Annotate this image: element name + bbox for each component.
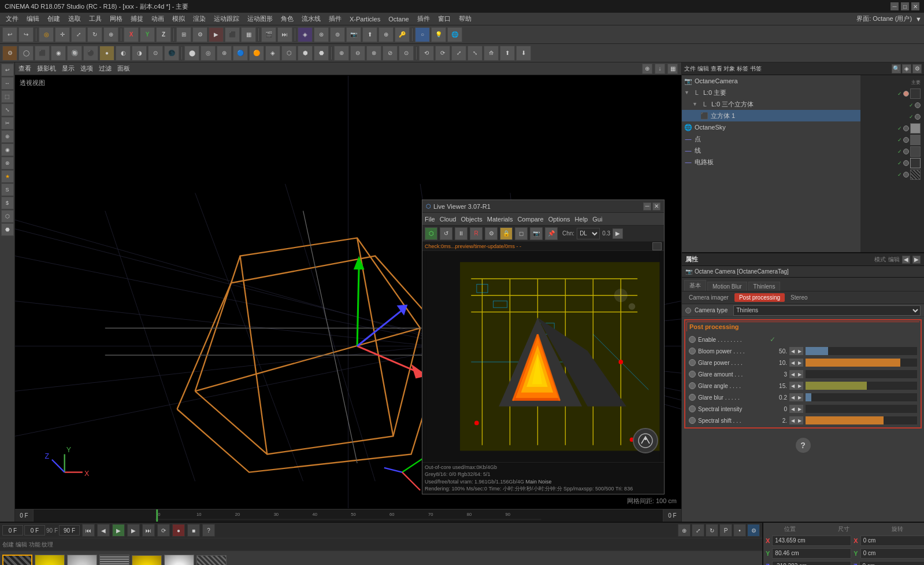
subtab-cameraimager[interactable]: Camera imager	[684, 293, 733, 302]
scale-tool[interactable]: ⤢	[71, 27, 86, 42]
t2-28[interactable]: ⤢	[451, 46, 466, 61]
tree-item-cube1[interactable]: ⬛ 立方体 1	[682, 110, 860, 121]
t2-11[interactable]: 🌑	[164, 46, 179, 61]
record-btn[interactable]: ●	[172, 524, 185, 537]
t2-32[interactable]: ⬇	[516, 46, 531, 61]
t2-22[interactable]: ⊖	[350, 46, 365, 61]
t2-5[interactable]: 🔘	[67, 46, 82, 61]
menu-simulate[interactable]: 模拟	[169, 13, 188, 24]
lv-lock-btn[interactable]: 🔒	[500, 227, 513, 240]
mat-cube2[interactable]: 立方体2	[35, 555, 65, 565]
z-size-field[interactable]	[859, 561, 924, 565]
t2-24[interactable]: ⊘	[383, 46, 398, 61]
timeline-track[interactable]: 0 10 20 30 40 50 60 70 80 90	[34, 509, 663, 522]
lt-btn-6[interactable]: ⊕	[1, 130, 14, 143]
cam-btn[interactable]: 📷	[346, 27, 361, 42]
t2-12[interactable]: ⬤	[184, 46, 199, 61]
vm-panel[interactable]: 面板	[117, 64, 130, 73]
t2-20[interactable]: ⬣	[314, 46, 329, 61]
t2-1[interactable]: ⚙	[2, 46, 17, 61]
lt-btn-9[interactable]: ★	[1, 170, 14, 183]
local-btn[interactable]: ⊚	[330, 27, 345, 42]
mat-cube2-thumb[interactable]	[35, 555, 65, 565]
sir-dot-5[interactable]	[903, 137, 909, 143]
t2-27[interactable]: ⟳	[435, 46, 450, 61]
lv-menu-file[interactable]: File	[425, 216, 435, 223]
scene-icon2[interactable]: ◈	[902, 64, 911, 73]
lv-menu-compare[interactable]: Compare	[517, 216, 543, 223]
lt-btn-1[interactable]: ↩	[1, 64, 14, 76]
mat-threecubes[interactable]: 三个立方	[67, 555, 97, 565]
x-pos-field[interactable]	[772, 536, 851, 546]
menu-tools[interactable]: 工具	[86, 13, 105, 24]
lv-pin-btn[interactable]: 📌	[545, 227, 558, 240]
lv-img-btn[interactable]: ◻	[515, 227, 528, 240]
t2-18[interactable]: ⬡	[281, 46, 296, 61]
scene-search-icon[interactable]: 🔍	[892, 64, 901, 73]
tab-thinlens[interactable]: Thinlens	[748, 282, 781, 291]
pp-bloom-spinner[interactable]: ◀ ▶	[789, 347, 803, 355]
lv-channel-select[interactable]: DL	[577, 228, 600, 239]
t2-14[interactable]: ⊛	[217, 46, 232, 61]
t2-17[interactable]: ◈	[265, 46, 280, 61]
pp-bloom-inc[interactable]: ▶	[796, 347, 803, 355]
mat-octdiff2[interactable]: OctDiff	[196, 555, 227, 565]
lt-btn-4[interactable]: ⤡	[1, 104, 14, 116]
lt-btn-5[interactable]: ✂	[1, 117, 14, 130]
vm-view[interactable]: 查看	[18, 64, 31, 73]
move-key-btn[interactable]: ⊕	[678, 524, 691, 537]
pp-bloom-dec[interactable]: ◀	[789, 347, 796, 355]
interface-selector[interactable]: 界面: Octane (用户) ▼	[856, 14, 922, 23]
tree-item-octanecamera[interactable]: 📷 OctaneCamera	[682, 75, 860, 87]
help-button[interactable]: ?	[796, 438, 811, 453]
key-btn[interactable]: 🔑	[395, 27, 410, 42]
t2-26[interactable]: ⟲	[419, 46, 434, 61]
pp-glare-angle-spinner[interactable]: ◀ ▶	[789, 382, 803, 390]
lv-close-btn[interactable]: ✕	[652, 202, 660, 211]
menu-plugins[interactable]: 插件	[325, 13, 345, 24]
y-size-field[interactable]	[860, 548, 924, 559]
mat-lines-thumb[interactable]	[99, 555, 129, 565]
pp-spectral-shift-inc[interactable]: ▶	[796, 416, 803, 424]
rotate-key-btn[interactable]: ↻	[706, 524, 718, 537]
maximize-button[interactable]: □	[901, 2, 909, 10]
xaxis-btn[interactable]: X	[124, 27, 139, 42]
t2-19[interactable]: ⬢	[298, 46, 313, 61]
menu-snap[interactable]: 捕捉	[127, 13, 147, 24]
t2-13[interactable]: ◎	[201, 46, 216, 61]
menu-octane[interactable]: Octane	[385, 14, 412, 24]
vm-filter[interactable]: 过滤	[99, 64, 112, 73]
pp-glare-blur-inc[interactable]: ▶	[796, 393, 803, 401]
loop-btn[interactable]: ⟳	[157, 524, 170, 537]
z-pos-field[interactable]	[772, 561, 851, 565]
lv-chn-arrow[interactable]: ▶	[613, 228, 623, 239]
menu-render[interactable]: 渲染	[190, 13, 209, 24]
stop-btn[interactable]: ■	[187, 524, 200, 537]
menu-window[interactable]: 窗口	[435, 13, 454, 24]
menu-pipeline[interactable]: 流水线	[298, 13, 324, 24]
sir-dot-6[interactable]	[903, 149, 909, 154]
anim-settings-btn[interactable]: ⚙	[747, 524, 760, 537]
pp-glare-amount-inc[interactable]: ▶	[796, 370, 803, 378]
t2-9[interactable]: ◑	[132, 46, 147, 61]
menu-mograph[interactable]: 运动图形	[244, 13, 276, 24]
pp-spectral-shift-spinner[interactable]: ◀ ▶	[789, 416, 803, 424]
mat-circuits-thumb[interactable]	[2, 555, 32, 565]
lt-btn-12[interactable]: ⬡	[1, 210, 14, 223]
scene-icon3[interactable]: ⚙	[912, 64, 922, 73]
redo-btn[interactable]: ↪	[18, 27, 34, 42]
pp-spectral-shift-bar[interactable]	[806, 416, 917, 424]
pp-glare-blur-spinner[interactable]: ◀ ▶	[789, 393, 803, 401]
lt-btn-13[interactable]: ⬣	[1, 223, 14, 236]
lt-btn-10[interactable]: S	[1, 183, 14, 196]
menu-edit[interactable]: 编辑	[23, 13, 43, 24]
pp-glare-power-bar[interactable]	[806, 359, 917, 367]
props-back-btn[interactable]: ◀	[902, 256, 910, 264]
end-frame-input[interactable]	[59, 525, 80, 536]
anim-btn[interactable]: 🎬	[261, 27, 276, 42]
lv-menu-help[interactable]: Help	[575, 216, 588, 223]
lv-settings-btn[interactable]: ⚙	[485, 227, 498, 240]
mat-circuits[interactable]: 电路板	[2, 555, 32, 565]
pp-spectral-shift-dec[interactable]: ◀	[789, 416, 796, 424]
lv-min-btn[interactable]: ─	[643, 202, 651, 211]
